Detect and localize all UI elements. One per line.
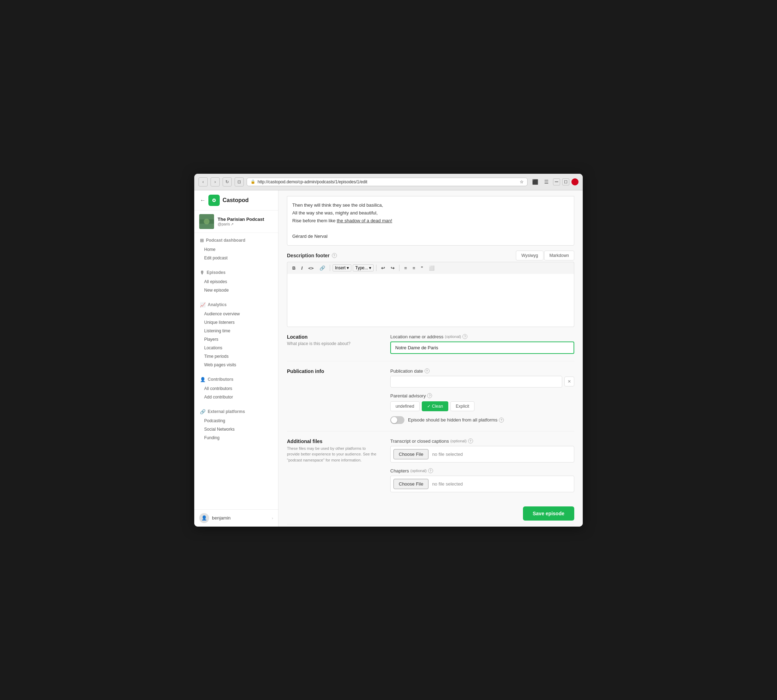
expand-button-footer[interactable]: ⬜ <box>427 264 437 272</box>
redo-button-footer[interactable]: ↪ <box>388 264 397 272</box>
section-title-podcast: ⊞ Podcast dashboard <box>194 236 278 245</box>
chapters-file-name: no file selected <box>432 481 463 487</box>
quote-button-footer[interactable]: " <box>419 264 425 272</box>
ol-button-footer[interactable]: ≡ <box>411 264 418 272</box>
location-input[interactable] <box>390 342 574 354</box>
nav-section-analytics: 📈 Analytics Audience overview Unique lis… <box>194 297 278 372</box>
sidebar-item-edit-podcast[interactable]: Edit podcast <box>194 254 278 262</box>
user-menu-arrow[interactable]: › <box>272 516 273 520</box>
user-avatar-icon: 👤 <box>199 513 209 523</box>
markdown-tab[interactable]: Markdown <box>544 250 574 260</box>
menu-button[interactable]: ☰ <box>542 177 551 187</box>
transcript-file-row: Choose File no file selected <box>390 446 574 463</box>
sidebar-back-button[interactable]: ← <box>200 197 206 203</box>
main-content: Then they will think they see the old ba… <box>278 190 583 527</box>
extensions-button[interactable]: ⬛ <box>531 177 539 187</box>
nav-section-podcast: ⊞ Podcast dashboard Home Edit podcast <box>194 233 278 265</box>
brand-name: Castopod <box>223 197 249 203</box>
transcript-choose-file-button[interactable]: Choose File <box>393 449 428 459</box>
sidebar-footer: 👤 benjamin › <box>194 509 278 527</box>
sidebar-item-new-episode[interactable]: New episode <box>194 286 278 295</box>
sidebar-item-add-contributor[interactable]: Add contributor <box>194 393 278 401</box>
minimize-button[interactable]: ─ <box>553 178 560 185</box>
transcript-help-icon[interactable]: ? <box>468 438 473 443</box>
podcast-handle: @paris ↗ <box>218 222 264 226</box>
separator2 <box>376 265 376 271</box>
pub-date-input[interactable] <box>390 376 562 388</box>
hidden-help-icon[interactable]: ? <box>499 418 504 423</box>
hidden-toggle-label: Episode should be hidden from all platfo… <box>408 417 504 423</box>
sidebar-item-social-networks[interactable]: Social Networks <box>194 425 278 433</box>
sidebar-item-all-contributors[interactable]: All contributors <box>194 384 278 393</box>
sidebar-item-home[interactable]: Home <box>194 245 278 254</box>
url-text: http://castopod.demo/cp-admin/podcasts/1… <box>258 180 517 184</box>
sidebar-item-time-periods[interactable]: Time periods <box>194 352 278 361</box>
description-footer-editor-body[interactable] <box>287 274 574 327</box>
save-page-button[interactable]: ⊡ <box>235 177 244 187</box>
description-footer-label-group: Description footer ? <box>287 253 337 258</box>
additional-files-field-col: Transcript or closed captions (optional)… <box>390 438 574 492</box>
code-button-footer[interactable]: <> <box>306 264 316 272</box>
sidebar-item-all-episodes[interactable]: All episodes <box>194 277 278 286</box>
editor-text-line3: Rise before them like the shadow of a de… <box>292 217 569 225</box>
forward-button[interactable]: › <box>211 177 220 187</box>
pub-date-help-icon[interactable]: ? <box>424 368 429 373</box>
hidden-toggle[interactable] <box>390 416 404 424</box>
advisory-help-icon[interactable]: ? <box>427 393 432 398</box>
type-dropdown-footer[interactable]: Type... ▾ <box>353 264 374 272</box>
hidden-toggle-row: Episode should be hidden from all platfo… <box>390 416 574 424</box>
transcript-file-name: no file selected <box>432 452 463 457</box>
advisory-clean-button[interactable]: ✓ Clean <box>422 401 448 411</box>
editor-content-body: Then they will think they see the old ba… <box>287 196 574 246</box>
nav-section-external: 🔗 External platforms Podcasting Social N… <box>194 404 278 445</box>
sidebar-header: ← Castopod <box>194 190 278 210</box>
additional-files-title: Additional files <box>287 438 379 444</box>
content-area: Then they will think they see the old ba… <box>278 190 583 527</box>
app-footer: Powered by Castopod v1.0.0-alpha.29. <box>287 524 574 527</box>
sidebar-item-audience-overview[interactable]: Audience overview <box>194 310 278 318</box>
chapters-help-icon[interactable]: ? <box>428 468 433 473</box>
editor-text-line2: All the way she was, mighty and beautifu… <box>292 209 569 217</box>
description-footer-help-icon[interactable]: ? <box>332 253 337 258</box>
external-icon: 🔗 <box>200 409 206 414</box>
chapters-label: Chapters (optional) ? <box>390 468 574 473</box>
back-button[interactable]: ‹ <box>198 177 208 187</box>
location-help-icon[interactable]: ? <box>463 334 468 339</box>
analytics-icon: 📈 <box>200 302 206 308</box>
separator3 <box>399 265 399 271</box>
user-info: 👤 benjamin <box>199 513 231 523</box>
bold-button-footer[interactable]: B <box>290 264 298 272</box>
advisory-undefined-button[interactable]: undefined <box>390 401 419 411</box>
publication-field-col: Publication date ? ✕ Parental advisory ? <box>390 368 574 424</box>
wysiwyg-tab[interactable]: Wysiwyg <box>516 250 543 260</box>
sidebar-item-unique-listeners[interactable]: Unique listeners <box>194 318 278 327</box>
chapters-choose-file-button[interactable]: Choose File <box>393 479 428 489</box>
username: benjamin <box>212 515 231 520</box>
location-field-label: Location name or address (optional) ? <box>390 334 574 339</box>
sidebar-item-podcasting[interactable]: Podcasting <box>194 417 278 425</box>
advisory-explicit-button[interactable]: Explicit <box>451 401 474 411</box>
sidebar-item-locations[interactable]: Locations <box>194 343 278 352</box>
maximize-button[interactable]: □ <box>562 178 569 185</box>
description-footer-label: Description footer <box>287 253 330 258</box>
location-label-col: Location What place is this episode abou… <box>287 334 379 354</box>
undo-button-footer[interactable]: ↩ <box>379 264 387 272</box>
italic-button-footer[interactable]: I <box>299 264 304 272</box>
link-button-footer[interactable]: 🔗 <box>318 264 327 272</box>
description-footer-toolbar: B I <> 🔗 Insert ▾ Type... ▾ ↩ ↪ ≡ ≡ " <box>287 262 574 274</box>
podcast-title: The Parisian Podcast <box>218 217 264 222</box>
sidebar-item-players[interactable]: Players <box>194 335 278 343</box>
pub-date-label: Publication date ? <box>390 368 574 374</box>
ul-button-footer[interactable]: ≡ <box>402 264 409 272</box>
address-bar[interactable]: 🔒 http://castopod.demo/cp-admin/podcasts… <box>246 178 527 186</box>
date-clear-button[interactable]: ✕ <box>564 377 574 387</box>
close-button[interactable] <box>571 178 579 185</box>
podcast-dashboard-icon: ⊞ <box>200 238 204 243</box>
sidebar-item-listening-time[interactable]: Listening time <box>194 327 278 335</box>
reload-button[interactable]: ↻ <box>223 177 232 187</box>
insert-dropdown-footer[interactable]: Insert ▾ <box>333 264 351 272</box>
sidebar-item-funding[interactable]: Funding <box>194 433 278 442</box>
sidebar-item-web-pages-visits[interactable]: Web pages visits <box>194 361 278 369</box>
save-episode-button[interactable]: Save episode <box>523 507 575 520</box>
svg-point-5 <box>204 219 210 224</box>
